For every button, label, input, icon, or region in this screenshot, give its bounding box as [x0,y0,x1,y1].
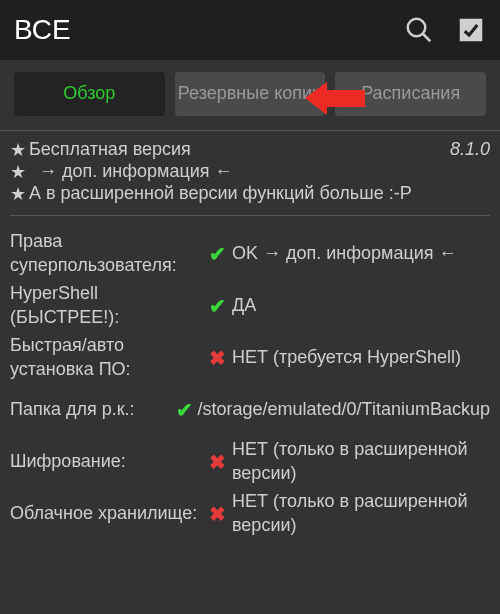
search-icon[interactable] [404,15,434,45]
status-rows: Права суперпользователя: ✔ OK → доп. инф… [10,228,490,540]
row-value: НЕТ (только в расширенной версии) [232,490,490,537]
row-cloud[interactable]: Облачное хранилище: ✖ НЕТ (только в расш… [10,488,490,540]
cross-icon: ✖ [202,502,232,526]
row-root[interactable]: Права суперпользователя: ✔ OK → доп. инф… [10,228,490,280]
info-text: А в расширенной версии функций больше :-… [29,183,412,204]
cross-icon: ✖ [202,346,232,370]
app-title: ВСЕ [14,14,404,46]
row-label: Быстрая/авто установка ПО: [10,334,202,381]
check-icon: ✔ [202,294,232,318]
app-version: 8.1.0 [450,139,490,160]
select-all-icon[interactable] [456,15,486,45]
tab-backups[interactable]: Резервные копии [175,72,326,116]
row-value: /storage/emulated/0/TitaniumBackup [198,398,491,421]
row-value: НЕТ (только в расширенной версии) [232,438,490,485]
check-icon: ✔ [172,398,197,422]
row-fastinstall[interactable]: Быстрая/авто установка ПО: ✖ НЕТ (требуе… [10,332,490,384]
row-label: HyperShell (БЫСТРЕЕ!): [10,282,202,329]
row-folder[interactable]: Папка для р.к.: ✔ /storage/emulated/0/Ti… [10,384,490,436]
tabs: Обзор Резервные копии Расписания [0,60,500,126]
row-label: Папка для р.к.: [10,398,172,421]
row-value: НЕТ (требуется HyperShell) [232,346,490,369]
svg-point-0 [408,19,426,37]
cross-icon: ✖ [202,450,232,474]
row-label: Облачное хранилище: [10,502,202,525]
tab-overview[interactable]: Обзор [14,72,165,116]
info-text: Бесплатная версия [29,139,191,160]
divider [10,215,490,216]
row-label: Права суперпользователя: [10,230,202,277]
content: ★ Бесплатная версия 8.1.0 ★ → доп. инфор… [0,135,500,540]
svg-marker-3 [305,82,365,115]
row-value: ДА [232,294,490,317]
info-text: → доп. информация ← [39,161,233,182]
info-line-1: ★ Бесплатная версия 8.1.0 [10,139,490,161]
row-value: OK → доп. информация ← [232,242,490,265]
row-hypershell[interactable]: HyperShell (БЫСТРЕЕ!): ✔ ДА [10,280,490,332]
divider [0,130,500,131]
svg-rect-2 [460,19,483,42]
check-icon: ✔ [202,242,232,266]
svg-line-1 [423,34,431,42]
info-line-3: ★ А в расширенной версии функций больше … [10,183,490,205]
annotation-arrow-icon [305,82,365,115]
star-icon: ★ [10,139,26,161]
star-icon: ★ [10,161,26,183]
topbar-actions [404,15,486,45]
row-label: Шифрование: [10,450,202,473]
star-icon: ★ [10,183,26,205]
info-line-2[interactable]: ★ → доп. информация ← [10,161,490,183]
row-encryption[interactable]: Шифрование: ✖ НЕТ (только в расширенной … [10,436,490,488]
topbar: ВСЕ [0,0,500,60]
